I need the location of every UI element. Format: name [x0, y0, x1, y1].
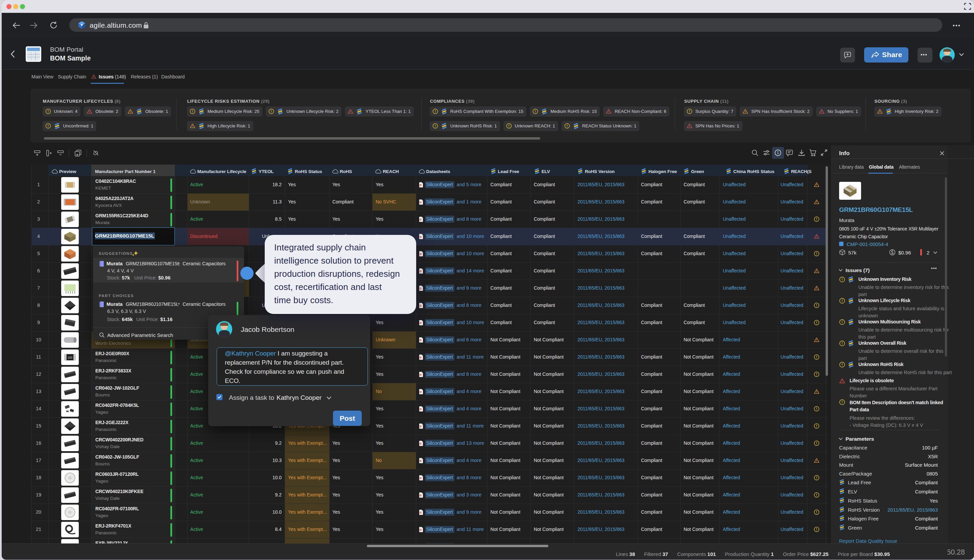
- svg-text:103: 103: [68, 355, 72, 359]
